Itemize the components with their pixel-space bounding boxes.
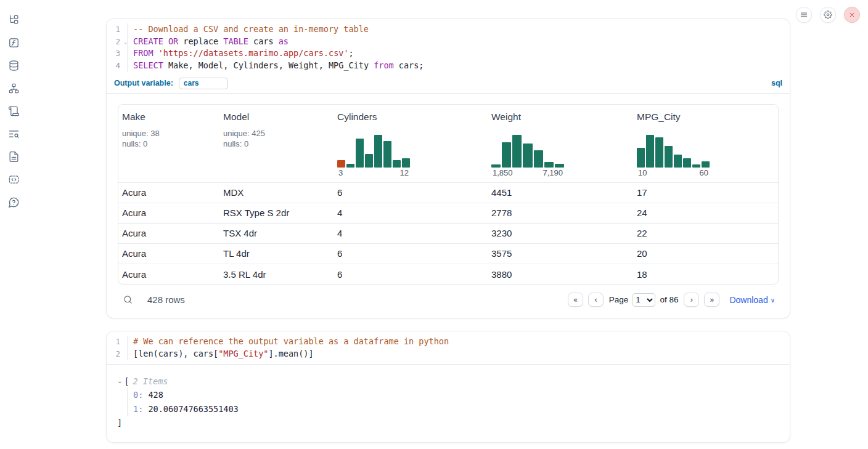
table-cell: 6 xyxy=(334,264,488,284)
menu-button[interactable] xyxy=(796,7,812,23)
sidebar-item-data-sources[interactable] xyxy=(7,59,20,72)
fold-chevron-icon[interactable]: ⌄ xyxy=(124,36,127,49)
last-page-button[interactable]: » xyxy=(704,293,719,307)
column-stat: unique: 425 xyxy=(223,128,330,139)
table-cell: 4451 xyxy=(488,182,633,203)
search-icon xyxy=(123,294,133,305)
column-header[interactable]: Makeunique: 38nulls: 0 xyxy=(118,105,219,183)
notebook: 1-- Download a CSV and create an in-memo… xyxy=(106,18,790,443)
histogram-min-label: 1,850 xyxy=(493,168,513,177)
histogram-range-labels: 1060 xyxy=(637,168,710,177)
histogram-bar xyxy=(637,148,645,168)
gear-icon xyxy=(824,10,832,19)
column-header[interactable]: Modelunique: 425nulls: 0 xyxy=(219,105,334,183)
code-line[interactable]: 1-- Download a CSV and create an in-memo… xyxy=(107,23,790,36)
column-histogram: 1,8507,190 xyxy=(491,135,564,177)
code-token: ].mean()] xyxy=(268,349,313,358)
histogram-range-labels: 312 xyxy=(337,168,410,177)
code-line[interactable]: 4SELECT Make, Model, Cylinders, Weight, … xyxy=(107,60,790,72)
column-header[interactable]: Weight1,8507,190 xyxy=(488,105,633,183)
page-select[interactable]: 1 xyxy=(633,293,655,307)
column-name: Weight xyxy=(491,111,629,123)
tree-entry-key: 1: xyxy=(133,404,143,414)
sql-cell: 1-- Download a CSV and create an in-memo… xyxy=(106,18,790,318)
column-summary: 1060 xyxy=(637,128,774,177)
sidebar-item-scratchpad[interactable] xyxy=(7,127,20,140)
table-cell: 17 xyxy=(633,182,778,203)
sidebar-item-file-explorer[interactable] xyxy=(7,13,20,26)
code-text: FROM 'https://datasets.marimo.app/cars.c… xyxy=(128,47,354,60)
close-icon xyxy=(848,10,856,19)
table-row: AcuraMDX6445117 xyxy=(118,182,778,203)
code-token: [len(cars), cars[ xyxy=(133,349,218,358)
column-name: Model xyxy=(223,111,330,123)
python-code-editor[interactable]: 1# We can reference the output variable … xyxy=(107,331,790,363)
prev-page-button[interactable]: ‹ xyxy=(588,293,604,307)
table-search-button[interactable] xyxy=(123,294,133,305)
code-line[interactable]: 2[len(cars), cars["MPG_City"].mean()] xyxy=(107,348,790,360)
output-variable-input[interactable] xyxy=(179,78,228,89)
column-stat: nulls: 0 xyxy=(223,139,330,149)
histogram-bar xyxy=(356,139,364,168)
code-token: ; xyxy=(349,48,354,58)
first-page-button[interactable]: « xyxy=(568,293,583,307)
histogram-bar xyxy=(555,164,564,168)
table-cell: 6 xyxy=(334,182,488,203)
sql-code-editor[interactable]: 1-- Download a CSV and create an in-memo… xyxy=(107,19,790,76)
language-badge: sql xyxy=(771,79,782,87)
table-cell: Acura xyxy=(118,223,219,243)
code-line[interactable]: 2⌄CREATE OR replace TABLE cars as xyxy=(107,36,790,48)
code-token: "MPG_City" xyxy=(218,349,268,358)
histogram-bar xyxy=(692,164,700,168)
code-line[interactable]: 3FROM 'https://datasets.marimo.app/cars.… xyxy=(107,47,790,60)
tree-entry-value: 428 xyxy=(143,390,163,400)
search-list-icon xyxy=(8,128,20,140)
row-count: 428 rows xyxy=(147,294,185,305)
column-name: Make xyxy=(122,111,216,123)
code-token: replace xyxy=(178,36,223,46)
next-page-button[interactable]: › xyxy=(684,293,699,307)
menu-icon xyxy=(800,10,808,19)
table-cell: Acura xyxy=(118,264,219,284)
tree-entry-value: 20.060747663551403 xyxy=(143,404,238,414)
column-stat: unique: 38 xyxy=(122,128,216,139)
sidebar-item-logs[interactable] xyxy=(7,104,20,118)
histogram-bar xyxy=(655,137,663,168)
scroll-icon xyxy=(8,105,20,117)
tree-collapse-icon[interactable]: ⌄ xyxy=(117,378,122,384)
sidebar-item-dependency-graph[interactable] xyxy=(7,81,20,95)
histogram-bar xyxy=(393,160,401,168)
column-name: Cylinders xyxy=(337,111,484,123)
tree-items-count: 2 Items xyxy=(133,374,168,389)
table-row: Acura3.5 RL 4dr6388018 xyxy=(118,264,778,284)
code-snippet-icon xyxy=(8,174,20,185)
shutdown-button[interactable] xyxy=(844,7,860,23)
column-name: MPG_City xyxy=(637,111,774,123)
sidebar-item-snippets[interactable] xyxy=(7,172,20,186)
column-histogram: 1060 xyxy=(637,135,710,177)
column-header[interactable]: Cylinders312 xyxy=(334,105,488,183)
histogram-bar xyxy=(491,164,501,168)
table-cell: 3880 xyxy=(488,264,633,284)
sidebar-item-help[interactable] xyxy=(7,195,20,209)
sidebar-item-variables[interactable] xyxy=(7,36,20,49)
table-cell: Acura xyxy=(118,182,219,203)
settings-button[interactable] xyxy=(820,7,836,23)
sidebar-item-documentation[interactable] xyxy=(7,150,20,163)
tree-entry: 0: 428 xyxy=(133,388,780,402)
line-number: 4 xyxy=(107,60,128,72)
download-button[interactable]: Download ∨ xyxy=(729,295,775,305)
table-cell: 3.5 RL 4dr xyxy=(219,264,334,284)
histogram-bar xyxy=(374,135,382,168)
code-text: CREATE OR replace TABLE cars as xyxy=(128,36,289,48)
code-text: # We can reference the output variable a… xyxy=(128,336,449,348)
table-cell: MDX xyxy=(219,182,334,203)
code-token: 'https://datasets.marimo.app/cars.csv' xyxy=(158,48,349,58)
column-summary: 312 xyxy=(337,128,484,177)
table-row: AcuraRSX Type S 2dr4277824 xyxy=(118,203,778,223)
line-number: 1 xyxy=(107,23,128,36)
download-label: Download xyxy=(729,295,768,305)
code-line[interactable]: 1# We can reference the output variable … xyxy=(107,336,790,348)
column-header[interactable]: MPG_City1060 xyxy=(633,105,778,183)
code-token: cars; xyxy=(394,60,424,70)
